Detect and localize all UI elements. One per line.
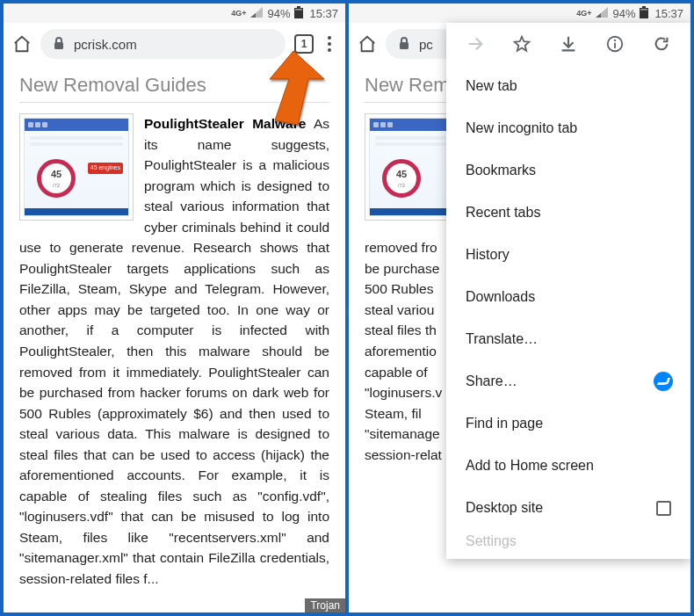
menu-label: Settings <box>466 533 517 549</box>
svg-rect-4 <box>642 6 646 8</box>
menu-label: Find in page <box>466 416 543 431</box>
info-icon[interactable] <box>598 27 632 61</box>
menu-label: Bookmarks <box>466 163 536 178</box>
download-icon[interactable] <box>552 27 585 61</box>
bookmark-star-icon[interactable] <box>505 27 539 61</box>
menu-label: New incognito tab <box>466 120 577 136</box>
menu-translate[interactable]: Translate… <box>446 318 690 360</box>
menu-top-actions <box>446 23 690 65</box>
menu-add-to-home[interactable]: Add to Home screen <box>446 445 690 487</box>
home-icon[interactable] <box>12 34 32 54</box>
tab-count-label: 1 <box>301 38 307 50</box>
menu-history[interactable]: History <box>446 234 690 276</box>
menu-share[interactable]: Share… <box>446 360 690 402</box>
svg-rect-2 <box>295 9 302 10</box>
menu-bookmarks[interactable]: Bookmarks <box>446 149 690 192</box>
clock: 15:37 <box>309 7 338 20</box>
overflow-menu: New tab New incognito tab Bookmarks Rece… <box>446 23 690 559</box>
menu-new-tab[interactable]: New tab <box>446 65 690 107</box>
url-text: pcrisk.com <box>74 37 137 52</box>
forward-icon[interactable] <box>459 27 492 61</box>
section-heading: New Removal Guides <box>19 74 329 103</box>
battery-icon <box>294 6 303 21</box>
lock-icon <box>53 36 65 53</box>
svg-rect-6 <box>640 9 647 10</box>
article-title: PoulightStealer Malware <box>144 116 306 131</box>
menu-label: Downloads <box>466 289 535 305</box>
address-bar[interactable]: pcrisk.com <box>40 29 286 59</box>
browser-toolbar: pcrisk.com 1 <box>4 23 345 65</box>
menu-label: Desktop site <box>466 500 543 516</box>
network-indicator: 4G+ <box>576 9 591 18</box>
menu-settings-partial[interactable]: Settings <box>446 529 690 554</box>
home-icon[interactable] <box>358 34 377 54</box>
svg-rect-0 <box>297 6 300 8</box>
svg-point-10 <box>614 40 616 41</box>
menu-find-in-page[interactable]: Find in page <box>446 402 690 445</box>
menu-label: New tab <box>466 78 517 94</box>
battery-percent: 94% <box>612 7 635 20</box>
menu-new-incognito[interactable]: New incognito tab <box>446 107 690 149</box>
lock-icon <box>398 36 410 53</box>
menu-label: Translate… <box>466 331 538 347</box>
signal-icon <box>596 7 608 20</box>
menu-recent-tabs[interactable]: Recent tabs <box>446 192 690 234</box>
reload-icon[interactable] <box>645 27 678 61</box>
clock: 15:37 <box>654 7 683 20</box>
url-text: pc <box>419 37 433 52</box>
tab-switcher[interactable]: 1 <box>294 34 314 54</box>
network-indicator: 4G+ <box>231 9 246 18</box>
category-badge: Trojan <box>305 598 345 612</box>
menu-label: Share… <box>466 373 517 389</box>
menu-desktop-site[interactable]: Desktop site <box>446 487 690 529</box>
svg-rect-3 <box>54 42 63 49</box>
menu-downloads[interactable]: Downloads <box>446 276 690 318</box>
menu-label: Recent tabs <box>466 205 540 221</box>
right-screenshot: 4G+ 94% 15:37 pc New Rem <box>349 4 690 612</box>
page-content: New Removal Guides 45/72 45 engines Poul… <box>4 65 345 590</box>
menu-label: Add to Home screen <box>466 458 594 474</box>
svg-rect-7 <box>400 42 408 49</box>
messenger-icon <box>654 372 673 391</box>
menu-label: History <box>466 247 510 263</box>
status-bar: 4G+ 94% 15:37 <box>349 4 690 23</box>
article-thumbnail: 45/72 45 engines <box>19 113 134 221</box>
overflow-menu-icon[interactable] <box>322 36 336 52</box>
checkbox-icon[interactable] <box>656 501 671 516</box>
battery-percent: 94% <box>267 7 290 20</box>
left-screenshot: 4G+ 94% 15:37 pcrisk.com 1 <box>4 4 345 612</box>
svg-rect-9 <box>614 43 616 48</box>
signal-icon <box>250 7 263 20</box>
battery-icon <box>640 6 648 21</box>
status-bar: 4G+ 94% 15:37 <box>4 4 345 23</box>
article-body: 45/72 45 engines PoulightStealer Malware… <box>19 113 329 590</box>
